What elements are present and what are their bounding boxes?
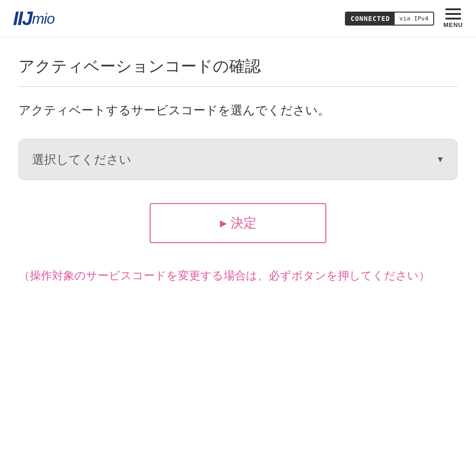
note-text: （操作対象のサービスコードを変更する場合は、必ずボタンを押してください）: [19, 266, 457, 285]
header-right: CONNECTED via IPv4 MENU: [345, 8, 463, 28]
connection-status: CONNECTED: [346, 13, 395, 25]
service-code-select[interactable]: 選択してください: [19, 139, 457, 180]
logo-mio: mio: [32, 11, 55, 26]
logo: IIJ mio: [13, 9, 54, 28]
menu-line-1: [445, 8, 461, 10]
confirm-button[interactable]: ▶ 決定: [150, 203, 326, 243]
menu-line-2: [445, 13, 461, 15]
confirm-button-arrow-icon: ▶: [220, 218, 227, 229]
menu-label: MENU: [443, 21, 463, 28]
confirm-button-label: 決定: [231, 214, 257, 232]
connection-badge: CONNECTED via IPv4: [345, 12, 434, 26]
page-title: アクティベーションコードの確認: [19, 56, 457, 87]
button-container: ▶ 決定: [19, 203, 457, 243]
menu-button[interactable]: MENU: [443, 8, 463, 28]
menu-line-3: [445, 18, 461, 20]
logo-iij: IIJ: [13, 9, 32, 28]
main-content: アクティベーションコードの確認 アクティベートするサービスコードを選んでください…: [0, 37, 476, 303]
connection-type: via IPv4: [395, 13, 433, 24]
header: IIJ mio CONNECTED via IPv4 MENU: [0, 0, 476, 37]
menu-icon: [445, 8, 461, 20]
description-text: アクティベートするサービスコードを選んでください。: [19, 101, 457, 120]
service-code-select-container: 選択してください ▼: [19, 139, 457, 180]
